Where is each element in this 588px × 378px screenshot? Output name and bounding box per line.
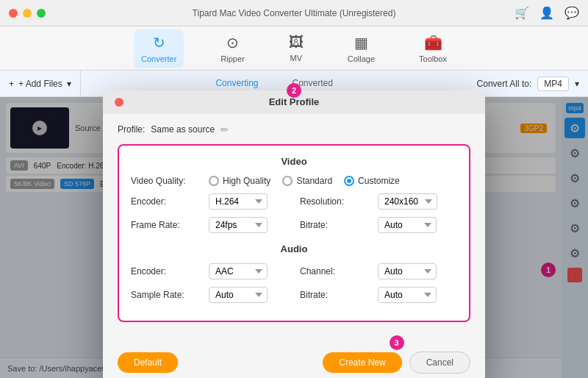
audio-bitrate-col: Auto xyxy=(378,287,457,303)
nav-collage-label: Collage xyxy=(348,54,375,63)
video-section-title: Video xyxy=(131,156,457,167)
modal-body: Profile: Same as source ✏ Video Video Qu… xyxy=(103,114,485,344)
quality-radio-group: High Quality Standard Customize xyxy=(209,176,457,186)
framerate-label: Frame Rate: xyxy=(131,220,197,230)
resolution-label: Resolution: xyxy=(300,196,366,207)
traffic-lights xyxy=(9,9,46,18)
plus-icon: + xyxy=(9,79,14,89)
framerate-col: 24fps xyxy=(209,217,288,233)
samplerate-select[interactable]: Auto xyxy=(209,287,268,303)
convert-all-label: Convert All to: xyxy=(477,79,532,89)
cancel-button[interactable]: Cancel xyxy=(409,352,470,374)
dropdown-arrow-icon: ▾ xyxy=(67,79,71,89)
audio-encoder-label: Encoder: xyxy=(131,266,197,277)
nav-mv-label: MV xyxy=(290,54,302,63)
nav-converter[interactable]: ↻ Converter xyxy=(134,29,184,68)
audio-encoder-col: AAC xyxy=(209,263,288,279)
mv-icon: 🖼 xyxy=(289,34,304,51)
toolbar-tabs: Converting Converted xyxy=(81,75,468,93)
radio-standard[interactable] xyxy=(282,176,293,186)
add-files-button[interactable]: + + Add Files ▾ xyxy=(0,71,81,96)
ripper-icon: ⊙ xyxy=(226,34,239,51)
resolution-col: 240x160 xyxy=(378,193,457,210)
toolbox-icon: 🧰 xyxy=(424,34,442,51)
modal-title: Edit Profile xyxy=(269,96,320,107)
converter-icon: ↻ xyxy=(153,34,165,51)
cart-icon[interactable]: 🛒 xyxy=(514,6,529,20)
quality-customize-label: Customize xyxy=(358,176,400,186)
step2-badge: 2 xyxy=(287,83,301,98)
video-bitrate-col: Auto xyxy=(378,217,457,233)
samplerate-col: Auto xyxy=(209,287,288,303)
title-bar: Tipard Mac Video Converter Ultimate (Unr… xyxy=(0,0,588,26)
channel-label: Channel: xyxy=(300,266,366,277)
video-bitrate-select[interactable]: Auto xyxy=(378,217,437,233)
quality-standard-label: Standard xyxy=(296,176,332,186)
samplerate-audiobitrate-row: Sample Rate: Auto Bitrate: Auto xyxy=(131,287,457,303)
nav-converter-label: Converter xyxy=(141,54,176,63)
create-new-button[interactable]: Create New xyxy=(323,352,401,373)
audio-encoder-channel-row: Encoder: AAC Channel: Auto xyxy=(131,263,457,279)
chat-icon[interactable]: 💬 xyxy=(564,6,579,20)
samplerate-label: Sample Rate: xyxy=(131,290,197,300)
tab-converting[interactable]: Converting xyxy=(209,75,264,93)
nav-toolbox[interactable]: 🧰 Toolbox xyxy=(412,29,454,68)
settings-section: Video Video Quality: High Quality Standa… xyxy=(118,144,470,322)
nav-mv[interactable]: 🖼 MV xyxy=(282,29,311,67)
audio-bitrate-label: Bitrate: xyxy=(300,290,366,300)
main-content: ▶ Source 3GP2 AVI 640P Encoder: H.264 Re… xyxy=(0,97,588,378)
nav-toolbox-label: Toolbox xyxy=(419,54,447,63)
encoder-col: H.264 xyxy=(209,193,288,210)
profile-label: Profile: xyxy=(118,124,145,135)
quality-row: Video Quality: High Quality Standard xyxy=(131,176,457,186)
nav-ripper[interactable]: ⊙ Ripper xyxy=(213,29,251,68)
audio-bitrate-select[interactable]: Auto xyxy=(378,287,437,303)
minimize-button[interactable] xyxy=(23,9,32,18)
title-bar-icons: 🛒 👤 💬 xyxy=(514,6,579,20)
modal-close-button[interactable] xyxy=(115,98,123,107)
edit-icon[interactable]: ✏ xyxy=(220,124,229,135)
encoder-label: Encoder: xyxy=(131,196,197,207)
app-title: Tipard Mac Video Converter Ultimate (Unr… xyxy=(193,8,396,18)
resolution-select[interactable]: 240x160 xyxy=(378,193,437,210)
channel-select[interactable]: Auto xyxy=(378,263,437,279)
convert-all-format[interactable]: MP4 xyxy=(537,76,569,91)
nav-collage[interactable]: ▦ Collage xyxy=(340,29,382,68)
quality-standard[interactable]: Standard xyxy=(282,176,332,186)
quality-high[interactable]: High Quality xyxy=(209,176,270,186)
close-button[interactable] xyxy=(9,9,18,18)
step3-badge: 3 xyxy=(390,335,404,350)
maximize-button[interactable] xyxy=(37,9,46,18)
framerate-select[interactable]: 24fps xyxy=(209,217,268,233)
encoder-select[interactable]: H.264 xyxy=(209,193,268,210)
modal: 2 Edit Profile Profile: Same as source ✏… xyxy=(103,90,485,379)
quality-label: Video Quality: xyxy=(131,176,197,186)
profile-row: Profile: Same as source ✏ xyxy=(118,124,470,135)
nav-bar: ↻ Converter ⊙ Ripper 🖼 MV ▦ Collage 🧰 To… xyxy=(0,26,588,71)
framerate-bitrate-row: Frame Rate: 24fps Bitrate: Auto xyxy=(131,217,457,233)
modal-overlay: 2 Edit Profile Profile: Same as source ✏… xyxy=(0,97,588,378)
profile-value: Same as source xyxy=(151,124,215,135)
add-files-label: + Add Files xyxy=(18,79,62,89)
video-bitrate-label: Bitrate: xyxy=(300,220,366,230)
default-button[interactable]: Default xyxy=(118,352,178,373)
audio-section-title: Audio xyxy=(131,243,457,254)
modal-footer: Default 3 Create New Cancel xyxy=(103,344,485,379)
format-dropdown-icon[interactable]: ▾ xyxy=(575,79,579,89)
nav-ripper-label: Ripper xyxy=(220,54,244,63)
convert-all-section: Convert All to: MP4 ▾ xyxy=(468,76,588,91)
radio-high-quality[interactable] xyxy=(209,176,219,186)
encoder-resolution-row: Encoder: H.264 Resolution: 240x160 xyxy=(131,193,457,210)
quality-high-label: High Quality xyxy=(223,176,270,186)
audio-encoder-select[interactable]: AAC xyxy=(209,263,268,279)
quality-customize[interactable]: Customize xyxy=(344,176,400,186)
radio-customize[interactable] xyxy=(344,176,354,186)
user-icon[interactable]: 👤 xyxy=(539,6,554,20)
collage-icon: ▦ xyxy=(354,34,368,51)
channel-col: Auto xyxy=(378,263,457,279)
